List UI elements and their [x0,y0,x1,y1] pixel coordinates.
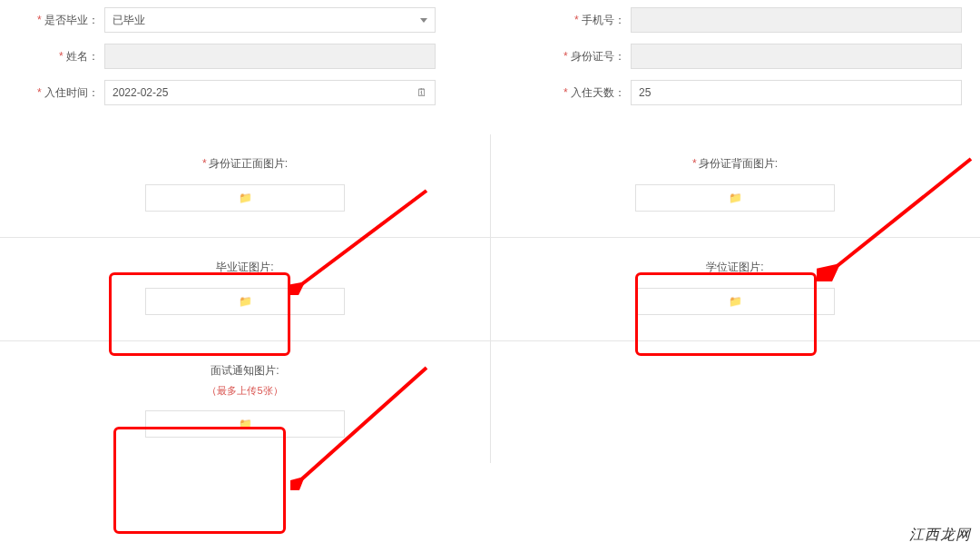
upload-button-degree[interactable]: 📁 [635,288,835,315]
row-checkin: 入住时间： 2022-02-25 🗓 [18,80,436,105]
input-phone[interactable] [631,7,962,33]
upload-label-id-back: *身份证背面图片: [499,156,971,172]
form-area: 是否毕业： 已毕业 手机号： 姓名： 身份证号： 入 [0,0,980,116]
upload-cell-grad: 毕业证图片: 📁 [0,238,490,340]
watermark: 江西龙网 [909,526,971,545]
folder-icon: 📁 [239,295,252,308]
row-graduated: 是否毕业： 已毕业 [18,7,436,33]
upload-button-grad[interactable]: 📁 [145,288,345,315]
upload-button-interview[interactable]: 📁 [145,410,345,438]
input-name[interactable] [104,44,436,69]
upload-row-id: *身份证正面图片: 📁 *身份证背面图片: 📁 [0,134,980,238]
input-checkin-value: 2022-02-25 [113,86,168,99]
label-checkin: 入住时间： [18,85,104,101]
upload-label-id-front: *身份证正面图片: [9,156,481,172]
select-graduated-value: 已毕业 [113,13,145,28]
upload-label-degree: 学位证图片: [499,260,971,275]
input-checkin[interactable]: 2022-02-25 🗓 [104,80,436,105]
label-phone: 手机号： [544,13,631,28]
label-graduated: 是否毕业： [18,13,104,28]
upload-cell-id-front: *身份证正面图片: 📁 [0,134,490,237]
folder-icon: 📁 [239,192,252,204]
chevron-down-icon [420,18,427,23]
input-idnum[interactable] [631,44,962,69]
upload-cell-id-back: *身份证背面图片: 📁 [490,134,980,237]
folder-icon: 📁 [729,295,742,308]
input-days[interactable]: 25 [631,80,962,105]
row-idnum: 身份证号： [544,44,962,69]
upload-row-interview: 面试通知图片: （最多上传5张） 📁 [0,341,980,463]
row-phone: 手机号： [544,7,962,33]
label-idnum: 身份证号： [544,49,631,64]
folder-icon: 📁 [729,192,742,204]
upload-button-id-back[interactable]: 📁 [635,184,835,212]
upload-row-cert: 毕业证图片: 📁 学位证图片: 📁 [0,238,980,341]
label-days: 入住天数： [544,85,631,101]
row-name: 姓名： [18,44,436,69]
folder-icon: 📁 [239,418,252,430]
calendar-icon: 🗓 [416,86,427,99]
upload-label-interview: 面试通知图片: （最多上传5张） [9,363,481,398]
upload-cell-degree: 学位证图片: 📁 [490,238,980,340]
upload-button-id-front[interactable]: 📁 [145,184,345,212]
upload-cell-empty [490,341,980,463]
row-days: 入住天数： 25 [544,80,962,105]
upload-note-interview: （最多上传5张） [9,384,481,398]
upload-cell-interview: 面试通知图片: （最多上传5张） 📁 [0,341,490,463]
select-graduated[interactable]: 已毕业 [104,7,436,33]
input-days-value: 25 [639,86,651,99]
label-name: 姓名： [18,49,104,64]
upload-label-grad: 毕业证图片: [9,260,481,275]
upload-section: *身份证正面图片: 📁 *身份证背面图片: 📁 毕业证图片: 📁 学位证图片: … [0,134,980,463]
